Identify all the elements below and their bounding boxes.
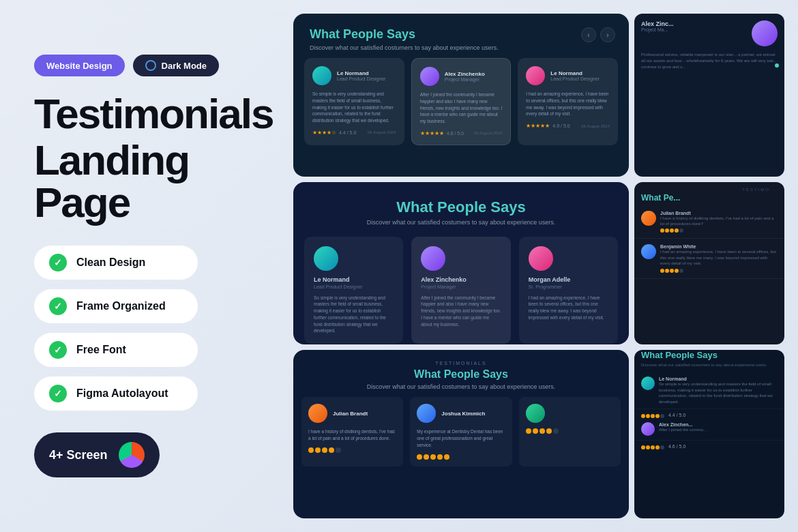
testi-user-1: Alex Zinchenko Project Manager <box>420 67 503 86</box>
date-1: 06 August 2024 <box>474 131 503 135</box>
card-bot-header: TESTIMONIALS What People Says Discover w… <box>293 350 629 397</box>
side-bot-rating-1: 4.6 / 5.0 <box>634 441 784 449</box>
website-design-tag[interactable]: Website Design <box>34 55 125 76</box>
testi-name-2: Le Normand <box>550 70 600 76</box>
feature-label-frame: Frame Organized <box>76 300 166 312</box>
testi-user-2: Le Normand Lead Product Designer <box>526 66 610 85</box>
side-review-1: Benjamin White I had an amazing experien… <box>634 239 784 278</box>
right-panel: ‹ › What People Says Discover what our s… <box>286 0 798 532</box>
check-icon-autolayout <box>49 385 67 402</box>
side-review-name-0: Julian Brandt <box>660 211 778 216</box>
side-review-text-1: I had an amazing experience, I have been… <box>660 249 778 266</box>
side-rating-0: 4.4 / 5.0 <box>668 413 685 417</box>
bot-name-1: Joshua Kimmich <box>441 411 485 417</box>
testi-role-0: Lead Product Designer <box>337 76 386 81</box>
side-card-top: Alex Zinc... Project Ma... Professional … <box>634 14 784 177</box>
left-panel: Website Design Dark Mode Testimonials La… <box>0 0 286 532</box>
rating-0: 4.4 / 5.0 <box>339 130 356 135</box>
feature-label-font: Free Font <box>76 344 126 356</box>
side-card-bot: What People Says Discover what our satis… <box>634 350 784 518</box>
avatar-2 <box>526 66 545 85</box>
screen-count-label: 4+ Screen <box>49 448 108 462</box>
dark-mode-tag[interactable]: Dark Mode <box>133 55 219 76</box>
mid-role-2: Sr. Programmer <box>529 284 608 289</box>
mid-testi-2: Morgan Adelle Sr. Programmer I had an am… <box>519 237 618 344</box>
screen-count-badge: 4+ Screen <box>34 432 160 477</box>
date-2: 06 August 2024 <box>581 124 610 128</box>
mid-name-0: Le Normand <box>314 276 394 283</box>
side-bot-review-0: Le Normand So simple is very understandi… <box>634 372 784 409</box>
bot-text-0: I have a history of disliking dentists, … <box>308 428 396 442</box>
testi-card-2: Le Normand Lead Product Designer I had a… <box>518 58 618 145</box>
next-arrow[interactable]: › <box>600 27 615 42</box>
side-review-avatar-0 <box>641 211 656 226</box>
side-bot-name-1: Alex Zinchen... <box>659 422 707 427</box>
check-icon-font <box>49 341 67 359</box>
mid-role-1: Project Manager <box>421 284 501 289</box>
side-review-0: Julian Brandt I have a history of dislik… <box>634 205 784 239</box>
testimonial-grid-top: Le Normand Lead Product Designer So simp… <box>293 58 629 156</box>
testi-role-1: Project Manager <box>445 77 485 82</box>
page-title-line1: Testimonials <box>34 93 252 135</box>
feature-item-clean-design: Clean Design <box>34 246 198 280</box>
side-bot-subtitle: Discover what our satisfied costumers to… <box>634 363 784 372</box>
bot-name-0: Julian Brandt <box>333 411 368 417</box>
preview-card-mid: What People Says Discover what our satis… <box>293 182 629 345</box>
preview-card-bot: TESTIMONIALS What People Says Discover w… <box>293 350 629 518</box>
card-bot-subtitle: Discover what our satisfied costumers to… <box>310 383 612 390</box>
stars-row-2: ★★★★★ 4.9 / 5.0 06 August 2024 <box>526 123 610 129</box>
stars-2: ★★★★★ <box>526 123 550 129</box>
card-top-title: What People Says <box>310 27 612 42</box>
preview-card-top: ‹ › What People Says Discover what our s… <box>293 14 629 177</box>
date-0: 06 August 2024 <box>368 130 396 134</box>
side-top-avatar <box>752 20 778 46</box>
testi-text-2: I had an amazing experience, I have been… <box>526 91 610 117</box>
side-bot-name-0: Le Normand <box>659 376 778 381</box>
card-mid-title: What People Says <box>310 198 612 216</box>
side-bot-rating-0: 4.4 / 5.0 <box>634 409 784 418</box>
mid-text-0: So simple is very understanding and mast… <box>314 295 394 335</box>
moon-icon <box>145 60 156 71</box>
side-bot-review-1: Alex Zinchen... After I joined the commu… <box>634 418 784 441</box>
testi-role-2: Lead Product Designer <box>550 76 600 81</box>
check-icon-frame <box>49 297 67 315</box>
card-bot-grid: Julian Brandt I have a history of dislik… <box>293 397 629 473</box>
side-bot-title: What People Says <box>634 350 784 363</box>
bot-testi-1: Joshua Kimmich My experience at Dentistr… <box>410 397 512 466</box>
card-top-header: What People Says Discover what our satis… <box>293 14 629 58</box>
testimonials-label-bot: TESTIMONIALS <box>310 361 612 366</box>
side-review-avatar-1 <box>641 244 656 259</box>
side-review-text-0: I have a history of disliking dentists, … <box>660 216 778 227</box>
stars-0: ★★★★☆ <box>312 130 336 136</box>
dark-mode-label: Dark Mode <box>162 61 207 71</box>
stars-1: ★★★★★ <box>420 130 444 136</box>
mid-avatar-2 <box>529 246 553 271</box>
card-top-subtitle: Discover what our satisfied costumers to… <box>310 44 612 51</box>
testi-name-0: Le Normand <box>337 70 386 76</box>
feature-list: Clean Design Frame Organized Free Font F… <box>34 246 252 411</box>
rating-2: 4.9 / 5.0 <box>552 123 570 128</box>
side-bot-text-1: After I joined the commu... <box>659 427 707 432</box>
feature-item-autolayout: Figma Autolayout <box>34 376 198 411</box>
mid-name-1: Alex Zinchenko <box>421 276 501 283</box>
tags-row: Website Design Dark Mode <box>34 55 252 76</box>
side-review-name-1: Benjamin White <box>660 244 778 249</box>
side-bot-avatar-0 <box>641 376 655 390</box>
card-mid-header: What People Says Discover what our satis… <box>293 182 629 237</box>
testi-text-1: After I joined the community I became ha… <box>420 91 503 125</box>
feature-label-autolayout: Figma Autolayout <box>76 387 168 400</box>
feature-item-font: Free Font <box>34 333 198 367</box>
testi-name-1: Alex Zinchenko <box>445 71 485 77</box>
bot-stars-2 <box>526 428 614 434</box>
website-design-label: Website Design <box>46 61 113 71</box>
testi-user-0: Le Normand Lead Product Designer <box>312 66 396 85</box>
bot-stars-0 <box>308 447 396 453</box>
avatar-1 <box>420 67 439 86</box>
prev-arrow[interactable]: ‹ <box>581 27 596 42</box>
dot-indicator <box>775 63 779 68</box>
stars-row-1: ★★★★★ 4.8 / 5.0 06 August 2024 <box>420 130 503 136</box>
bot-text-1: My experience at Dentistry Dental has be… <box>417 428 505 448</box>
side-stars-1 <box>660 269 778 273</box>
feature-label-clean: Clean Design <box>76 256 145 269</box>
mid-testi-0: Le Normand Lead Product Designer So simp… <box>304 237 403 344</box>
